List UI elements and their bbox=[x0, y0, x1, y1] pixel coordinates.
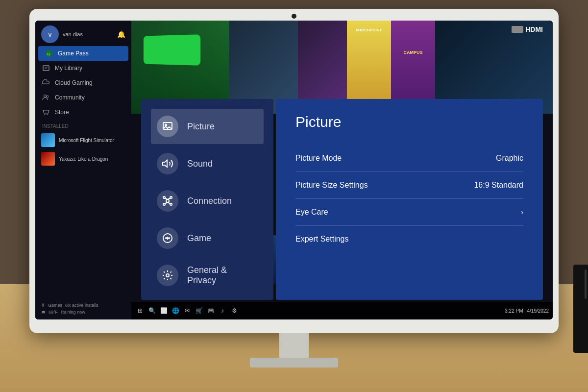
settings-taskbar-icon[interactable]: ⚙ bbox=[229, 306, 239, 316]
sidebar-item-my-library[interactable]: My Library bbox=[35, 61, 131, 75]
download-icon: ⬇ bbox=[41, 303, 45, 308]
settings-sound-label: Sound bbox=[187, 159, 213, 169]
settings-item-general-privacy[interactable]: General & Privacy bbox=[151, 258, 264, 293]
windows-icon[interactable]: ⊞ bbox=[135, 306, 145, 316]
weather-temp: 69°F bbox=[49, 310, 58, 315]
connection-icon bbox=[157, 190, 178, 212]
sidebar-item-cloud-gaming[interactable]: Cloud Gaming bbox=[35, 75, 131, 90]
yakuza-title: Yakuza: Like a Dragon bbox=[59, 156, 108, 162]
active-installs: 6ix active installs bbox=[65, 303, 98, 308]
sidebar-game-yakuza[interactable]: Yakuza: Like a Dragon bbox=[35, 149, 131, 168]
settings-item-picture[interactable]: Picture bbox=[151, 109, 264, 144]
sidebar-header: v van dias 🔔 bbox=[35, 21, 131, 46]
status-installs: ⬇ Games 6ix active installs bbox=[41, 302, 125, 309]
search-taskbar-icon[interactable]: 🔍 bbox=[147, 306, 157, 316]
svg-point-16 bbox=[170, 203, 172, 205]
spotify-icon[interactable]: ♪ bbox=[218, 306, 227, 316]
nav-label-gamepass: Game Pass bbox=[58, 50, 89, 57]
svg-line-19 bbox=[165, 202, 168, 204]
community-icon bbox=[42, 94, 50, 101]
svg-point-13 bbox=[163, 196, 165, 198]
notification-icon[interactable]: 🔔 bbox=[117, 30, 125, 38]
weather-icon: 🌧 bbox=[41, 310, 46, 315]
hdmi-label: HDMI bbox=[525, 25, 543, 33]
nav-label-cloud: Cloud Gaming bbox=[55, 79, 93, 86]
settings-row-picture-mode[interactable]: Picture Mode Graphic bbox=[295, 145, 523, 172]
campus-banner-label: CAMPUS bbox=[393, 50, 433, 55]
taskbar: ⊞ 🔍 ⬜ 🌐 ✉ 🛒 🎮 ♪ ⚙ 3:22 PM 4/19/2022 bbox=[131, 302, 553, 319]
sidebar-game-flight[interactable]: Microsoft Flight Simulator bbox=[35, 131, 131, 149]
svg-line-17 bbox=[165, 198, 168, 200]
svg-marker-11 bbox=[163, 160, 167, 167]
picture-mode-label: Picture Mode bbox=[295, 154, 342, 163]
yakuza-thumb bbox=[41, 152, 55, 166]
xbox-taskbar-icon[interactable]: 🎮 bbox=[206, 306, 216, 316]
installed-label: Installed bbox=[35, 120, 131, 131]
weather-desc: Raining now bbox=[61, 310, 85, 315]
sidebar: v van dias 🔔 G Game Pass My Library Clou… bbox=[35, 21, 131, 319]
avatar: v bbox=[41, 25, 59, 43]
svg-point-7 bbox=[45, 114, 46, 115]
settings-item-connection[interactable]: Connection bbox=[151, 183, 264, 219]
hdmi-icon bbox=[512, 26, 523, 33]
settings-row-eye-care[interactable]: Eye Care › bbox=[295, 199, 523, 226]
nav-label-store: Store bbox=[55, 109, 69, 116]
monitor-shell: v van dias 🔔 G Game Pass My Library Clou… bbox=[29, 9, 559, 333]
svg-point-14 bbox=[170, 196, 172, 198]
eye-care-label: Eye Care bbox=[295, 208, 328, 217]
svg-line-18 bbox=[168, 198, 171, 200]
flight-sim-title: Microsoft Flight Simulator bbox=[59, 138, 114, 143]
eye-care-arrow: › bbox=[521, 208, 523, 216]
svg-point-15 bbox=[163, 203, 165, 205]
matchpoint-label: MATCHPOINT bbox=[349, 28, 389, 32]
main-content: MATCHPOINT CAMPUS Picture bbox=[131, 21, 553, 302]
expert-settings-label: Expert Settings bbox=[295, 235, 349, 244]
picture-size-label: Picture Size Settings bbox=[295, 181, 368, 190]
game-icon bbox=[157, 227, 178, 249]
status-weather: 🌧 69°F Raining now bbox=[41, 309, 125, 316]
taskview-icon[interactable]: ⬜ bbox=[159, 306, 169, 316]
car-shape bbox=[144, 34, 200, 65]
taskbar-date: 4/19/2022 bbox=[527, 308, 549, 314]
settings-item-game[interactable]: Game bbox=[151, 220, 264, 256]
hdmi-badge: HDMI bbox=[512, 25, 543, 33]
camera bbox=[292, 14, 296, 19]
store-taskbar-icon[interactable]: 🛒 bbox=[194, 306, 204, 316]
taskbar-right: 3:22 PM 4/19/2022 bbox=[505, 308, 549, 314]
settings-detail-title: Picture bbox=[295, 114, 523, 130]
sidebar-item-store[interactable]: Store bbox=[35, 105, 131, 120]
flight-sim-thumb bbox=[41, 133, 55, 147]
svg-rect-2 bbox=[43, 66, 49, 71]
nav-label-community: Community bbox=[55, 94, 85, 101]
cloud-icon bbox=[42, 79, 50, 87]
svg-point-8 bbox=[47, 114, 48, 115]
settings-row-expert[interactable]: Expert Settings bbox=[295, 226, 523, 252]
settings-menu-panel: Picture Sound bbox=[141, 99, 273, 300]
gamepass-icon: G bbox=[45, 49, 53, 57]
taskbar-time: 3:22 PM bbox=[505, 308, 523, 314]
username: van dias bbox=[63, 31, 83, 37]
sidebar-item-community[interactable]: Community bbox=[35, 90, 131, 105]
svg-text:G: G bbox=[47, 52, 50, 56]
mail-icon[interactable]: ✉ bbox=[182, 306, 192, 316]
sound-icon bbox=[157, 153, 178, 174]
settings-row-picture-size[interactable]: Picture Size Settings 16:9 Standard bbox=[295, 172, 523, 199]
sidebar-item-game-pass[interactable]: G Game Pass bbox=[38, 46, 128, 61]
settings-game-label: Game bbox=[187, 233, 211, 244]
game-label: Games bbox=[48, 303, 62, 308]
edge-icon[interactable]: 🌐 bbox=[171, 306, 180, 316]
settings-item-sound[interactable]: Sound bbox=[151, 146, 264, 181]
settings-picture-label: Picture bbox=[187, 122, 215, 132]
monitor-stand-neck bbox=[279, 333, 309, 360]
svg-point-12 bbox=[166, 199, 169, 202]
library-icon bbox=[42, 64, 50, 72]
monitor-stand-base bbox=[250, 358, 338, 368]
picture-size-value: 16:9 Standard bbox=[474, 181, 523, 190]
svg-point-26 bbox=[166, 274, 169, 277]
store-icon bbox=[42, 108, 50, 116]
svg-point-5 bbox=[44, 95, 47, 98]
settings-item-support[interactable]: Support bbox=[151, 295, 264, 302]
wifi-router bbox=[573, 265, 588, 353]
svg-point-10 bbox=[165, 124, 167, 126]
picture-mode-value: Graphic bbox=[496, 154, 523, 163]
